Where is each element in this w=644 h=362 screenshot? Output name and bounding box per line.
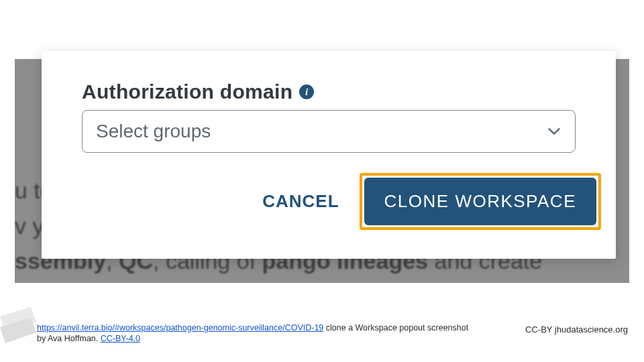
caption-text: clone a Workspace popout screenshot bbox=[323, 323, 468, 333]
clone-workspace-modal: Authorization domain i Select groups CAN… bbox=[42, 51, 616, 259]
modal-button-row: CANCEL CLONE WORKSPACE bbox=[257, 173, 601, 230]
clone-button-highlight: CLONE WORKSPACE bbox=[360, 173, 601, 230]
by-author: by Ava Hoffman. bbox=[37, 334, 101, 343]
source-url-link[interactable]: https://anvil.terra.bio/#workspaces/path… bbox=[37, 323, 323, 333]
select-placeholder: Select groups bbox=[96, 121, 547, 142]
decorative-ribbon-icon bbox=[0, 307, 36, 346]
clone-workspace-button[interactable]: CLONE WORKSPACE bbox=[364, 178, 596, 225]
info-icon[interactable]: i bbox=[299, 84, 314, 99]
authorization-domain-label: Authorization domain i bbox=[82, 80, 314, 103]
section-title-text: Authorization domain bbox=[82, 80, 292, 103]
ccby-credit: CC-BY jhudatascience.org bbox=[525, 324, 628, 335]
slide-canvas: u to v y ssembly, QC, calling of pango l… bbox=[0, 0, 644, 362]
screenshot-region: u to v y ssembly, QC, calling of pango l… bbox=[15, 59, 629, 283]
authorization-domain-select[interactable]: Select groups bbox=[82, 110, 576, 153]
attribution-footer: https://anvil.terra.bio/#workspaces/path… bbox=[37, 323, 607, 343]
chevron-down-icon bbox=[547, 124, 561, 139]
bg-line2: v y bbox=[15, 213, 44, 239]
license-link[interactable]: CC-BY-4.0 bbox=[101, 334, 140, 343]
cancel-button[interactable]: CANCEL bbox=[257, 182, 344, 221]
